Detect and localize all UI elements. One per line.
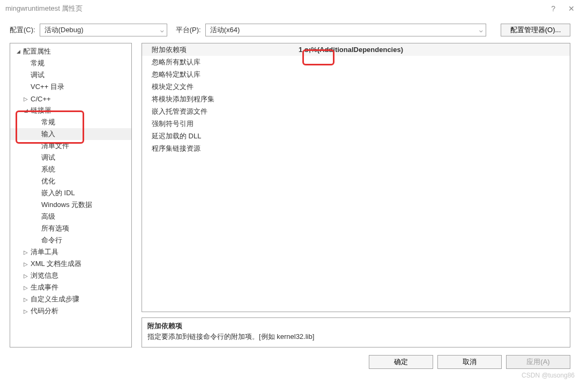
platform-label: 平台(P): xyxy=(176,25,201,35)
prop-row-assembly-link-resource[interactable]: 程序集链接资源 xyxy=(142,142,570,154)
right-panel: 附加依赖项 1.o;%(AdditionalDependencies) 忽略所有… xyxy=(142,43,570,347)
tree-build-events[interactable]: 生成事件 xyxy=(10,282,131,293)
tree-linker-winmd[interactable]: Windows 元数据 xyxy=(10,199,131,211)
description-text: 指定要添加到链接命令行的附加项。[例如 kernel32.lib] xyxy=(147,332,564,342)
prop-name: 模块定义文件 xyxy=(142,82,294,92)
tree-label: 清单文件 xyxy=(40,141,69,151)
prop-value[interactable]: 1.o;%(AdditionalDependencies) xyxy=(294,46,570,54)
chevron-right-icon xyxy=(22,308,29,314)
chevron-right-icon xyxy=(22,249,29,255)
tree-label: 输入 xyxy=(40,129,55,139)
tree-linker-idl[interactable]: 嵌入的 IDL xyxy=(10,187,131,199)
tree-label: VC++ 目录 xyxy=(29,82,64,92)
tree-label: 浏览信息 xyxy=(29,271,58,280)
platform-select[interactable]: 活动(x64) xyxy=(205,24,486,36)
prop-row-additional-deps[interactable]: 附加依赖项 1.o;%(AdditionalDependencies) xyxy=(142,43,570,56)
tree-label: XML 文档生成器 xyxy=(29,259,81,269)
tree-browse[interactable]: 浏览信息 xyxy=(10,270,131,282)
platform-select-value: 活动(x64) xyxy=(210,25,240,35)
watermark: CSDN @tusong86 xyxy=(522,372,575,379)
chevron-down-icon xyxy=(14,49,22,54)
prop-row-ignore-specific-default[interactable]: 忽略特定默认库 xyxy=(142,68,570,80)
prop-name: 嵌入托管资源文件 xyxy=(142,107,294,116)
tree-ccpp[interactable]: C/C++ xyxy=(10,93,131,105)
tree-label: 常规 xyxy=(29,58,44,68)
prop-name: 将模块添加到程序集 xyxy=(142,94,294,104)
chevron-right-icon xyxy=(22,273,29,279)
main-area: 配置属性 常规 调试 VC++ 目录 C/C++ 链接器 常规 输入 清单文件 … xyxy=(0,43,580,347)
tree-panel[interactable]: 配置属性 常规 调试 VC++ 目录 C/C++ 链接器 常规 输入 清单文件 … xyxy=(10,43,132,347)
prop-row-delay-load-dll[interactable]: 延迟加载的 DLL xyxy=(142,130,570,142)
tree-label: 优化 xyxy=(40,176,55,186)
prop-name: 忽略所有默认库 xyxy=(142,57,294,67)
dialog-footer: 确定 取消 应用(A) xyxy=(0,347,580,369)
description-title: 附加依赖项 xyxy=(147,321,564,331)
prop-row-embed-managed-resource[interactable]: 嵌入托管资源文件 xyxy=(142,105,570,117)
prop-name: 忽略特定默认库 xyxy=(142,70,294,79)
tree-label: Windows 元数据 xyxy=(40,200,92,210)
titlebar: mingwruntimetest 属性页 ? ✕ xyxy=(0,0,580,17)
tree-label: 配置属性 xyxy=(22,47,51,56)
window-title: mingwruntimetest 属性页 xyxy=(5,4,551,13)
chevron-right-icon xyxy=(22,285,29,291)
close-icon[interactable]: ✕ xyxy=(568,4,575,13)
tree-linker-general[interactable]: 常规 xyxy=(10,116,131,128)
prop-row-ignore-all-default[interactable]: 忽略所有默认库 xyxy=(142,56,570,68)
tree-label: 常规 xyxy=(40,117,55,127)
tree-label: 代码分析 xyxy=(29,306,58,316)
tree-custom-build[interactable]: 自定义生成步骤 xyxy=(10,293,131,305)
tree-vcdir[interactable]: VC++ 目录 xyxy=(10,81,131,93)
chevron-right-icon xyxy=(22,96,29,102)
prop-name: 附加依赖项 xyxy=(142,45,294,55)
apply-button[interactable]: 应用(A) xyxy=(506,355,570,369)
tree-label: 链接器 xyxy=(29,106,51,115)
description-panel: 附加依赖项 指定要添加到链接命令行的附加项。[例如 kernel32.lib] xyxy=(142,317,570,347)
chevron-down-icon xyxy=(22,108,29,113)
config-toolbar: 配置(C): 活动(Debug) 平台(P): 活动(x64) 配置管理器(O)… xyxy=(0,17,580,43)
ok-button[interactable]: 确定 xyxy=(369,355,433,369)
tree-linker-debug[interactable]: 调试 xyxy=(10,152,131,164)
tree-linker-advanced[interactable]: 高级 xyxy=(10,211,131,223)
tree-linker-input[interactable]: 输入 xyxy=(10,128,131,140)
tree-label: 嵌入的 IDL xyxy=(40,188,75,198)
prop-row-force-symbol-ref[interactable]: 强制符号引用 xyxy=(142,117,570,130)
config-select-value: 活动(Debug) xyxy=(44,25,84,35)
tree-label: 系统 xyxy=(40,165,55,174)
tree-label: 命令行 xyxy=(40,235,62,245)
tree-label: C/C++ xyxy=(29,95,51,103)
props-grid[interactable]: 附加依赖项 1.o;%(AdditionalDependencies) 忽略所有… xyxy=(142,43,570,312)
prop-name: 延迟加载的 DLL xyxy=(142,131,294,141)
tree-label: 调试 xyxy=(29,70,44,80)
tree-label: 生成事件 xyxy=(29,283,58,292)
prop-name: 程序集链接资源 xyxy=(142,144,294,153)
tree-label: 所有选项 xyxy=(40,224,69,233)
tree-label: 清单工具 xyxy=(29,247,58,257)
tree-label: 调试 xyxy=(40,153,55,162)
help-icon[interactable]: ? xyxy=(551,4,555,13)
tree-linker-optimize[interactable]: 优化 xyxy=(10,175,131,187)
tree-label: 自定义生成步骤 xyxy=(29,294,79,304)
tree-linker[interactable]: 链接器 xyxy=(10,105,131,116)
tree-linker-cmdline[interactable]: 命令行 xyxy=(10,234,131,246)
chevron-right-icon xyxy=(22,261,29,267)
window-controls: ? ✕ xyxy=(551,4,575,13)
prop-name: 强制符号引用 xyxy=(142,119,294,129)
config-manager-button[interactable]: 配置管理器(O)... xyxy=(501,24,570,36)
chevron-right-icon xyxy=(22,297,29,302)
cancel-button[interactable]: 取消 xyxy=(437,355,502,369)
tree-linker-system[interactable]: 系统 xyxy=(10,164,131,175)
tree-linker-allopts[interactable]: 所有选项 xyxy=(10,223,131,234)
tree-debug[interactable]: 调试 xyxy=(10,69,131,81)
config-label: 配置(C): xyxy=(10,25,35,35)
tree-code-analysis[interactable]: 代码分析 xyxy=(10,305,131,317)
tree-xml-gen[interactable]: XML 文档生成器 xyxy=(10,258,131,270)
tree-general[interactable]: 常规 xyxy=(10,57,131,69)
tree-manifest-tool[interactable]: 清单工具 xyxy=(10,246,131,258)
tree-linker-manifest[interactable]: 清单文件 xyxy=(10,140,131,152)
tree-label: 高级 xyxy=(40,212,55,221)
config-select[interactable]: 活动(Debug) xyxy=(40,24,167,36)
prop-row-add-module-assembly[interactable]: 将模块添加到程序集 xyxy=(142,93,570,105)
tree-config-props[interactable]: 配置属性 xyxy=(10,46,131,57)
prop-row-module-def[interactable]: 模块定义文件 xyxy=(142,80,570,93)
